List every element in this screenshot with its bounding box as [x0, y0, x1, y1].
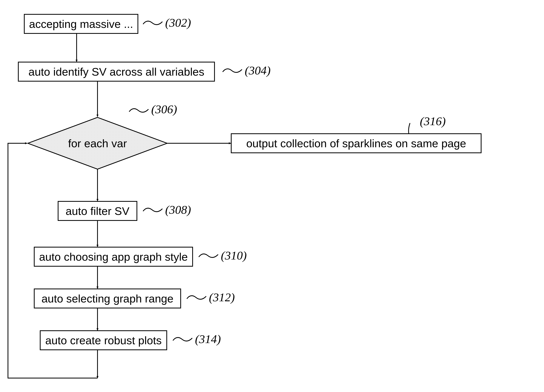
process-box-308: auto filter SV — [58, 201, 137, 221]
process-label: output collection of sparklines on same … — [246, 137, 466, 150]
ref-308: (308) — [165, 203, 191, 217]
ref-304: (304) — [245, 64, 271, 77]
ref-310: (310) — [221, 249, 247, 262]
process-label: auto selecting graph range — [41, 292, 173, 305]
ref-314: (314) — [195, 332, 221, 346]
ref-312: (312) — [209, 291, 235, 304]
process-label: accepting massive ... — [29, 18, 133, 30]
process-box-304: auto identify SV across all variables — [18, 62, 215, 82]
process-label: auto choosing app graph style — [39, 250, 188, 263]
flowchart-canvas: accepting massive ... (302) auto identif… — [0, 0, 544, 392]
process-label: auto identify SV across all variables — [29, 65, 204, 78]
decision-label-306: for each var — [68, 137, 127, 150]
process-label: auto filter SV — [66, 205, 130, 218]
ref-306: (306) — [151, 102, 177, 116]
process-box-302: accepting massive ... — [24, 14, 138, 34]
process-box-316: output collection of sparklines on same … — [231, 133, 482, 153]
process-box-310: auto choosing app graph style — [34, 247, 193, 267]
process-box-314: auto create robust plots — [40, 330, 167, 350]
ref-302: (302) — [165, 16, 191, 30]
process-label: auto create robust plots — [45, 334, 162, 347]
ref-316: (316) — [420, 114, 446, 128]
process-box-312: auto selecting graph range — [34, 289, 181, 309]
